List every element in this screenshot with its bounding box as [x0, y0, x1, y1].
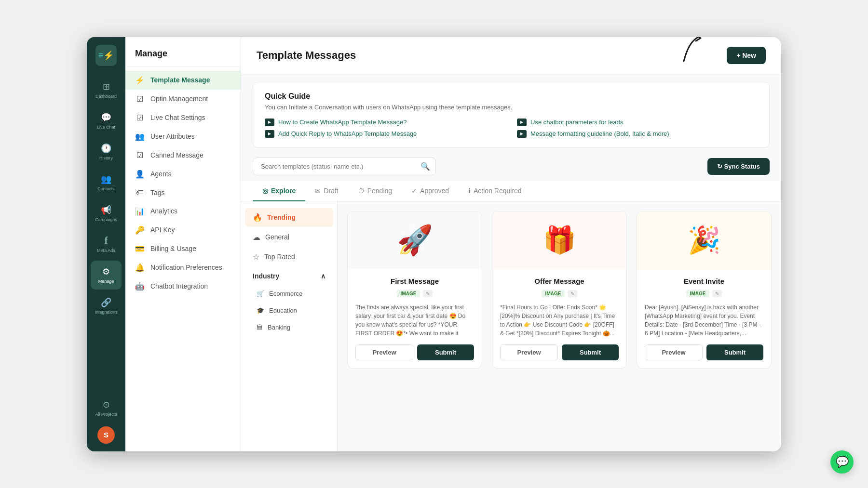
cat-item-education[interactable]: 🎓 Education [245, 303, 333, 318]
tab-pending[interactable]: ⏱ Pending [348, 181, 402, 201]
cat-item-general[interactable]: ☁ General [245, 228, 333, 247]
general-label: General [265, 233, 289, 241]
sidebar: Manage ⚡ Template Message ☑ Optin Manage… [125, 37, 241, 451]
template-card-first-message: 🚀 First Message IMAGE ✎ The firsts are a… [347, 211, 482, 369]
sidebar-item-tags[interactable]: 🏷 Tags [125, 184, 241, 202]
user-attributes-label: User Attributes [150, 132, 195, 140]
quick-guide: Quick Guide You can Initiate a Conversat… [253, 82, 770, 148]
tags-icon: 🏷 [135, 188, 145, 197]
cat-item-ecommerce[interactable]: 🛒 Ecommerce [245, 286, 333, 302]
sidebar-item-api-key[interactable]: 🔑 API Key [125, 221, 241, 239]
sidebar-item-template-message[interactable]: ⚡ Template Message [125, 71, 241, 90]
first-message-preview-button[interactable]: Preview [355, 344, 413, 360]
integrations-icon: 🔗 [101, 297, 111, 308]
guide-link-text-3: Add Quick Reply to WhatsApp Template Mes… [278, 130, 417, 137]
draft-tab-label: Draft [324, 187, 338, 195]
first-message-edit-icon[interactable]: ✎ [423, 290, 433, 297]
nav-item-dashboard[interactable]: ⊞ Dashboard [91, 76, 122, 105]
analytics-label: Analytics [150, 207, 177, 215]
guide-link-icon-2: ▶ [517, 119, 527, 126]
cat-item-top-rated[interactable]: ☆ Top Rated [245, 248, 333, 266]
pending-tab-label: Pending [367, 187, 392, 195]
api-key-icon: 🔑 [135, 225, 145, 235]
offer-message-title: Offer Message [500, 277, 619, 285]
cards-area: 🚀 First Message IMAGE ✎ The firsts are a… [338, 201, 781, 451]
guide-link-1[interactable]: ▶ How to Create WhatsApp Template Messag… [265, 119, 505, 126]
education-label: Education [269, 307, 297, 314]
tab-action-required[interactable]: ℹ Action Required [459, 181, 531, 201]
contacts-icon: 👥 [101, 174, 111, 185]
optin-management-label: Optin Management [150, 95, 208, 103]
first-message-badges: IMAGE ✎ [355, 290, 474, 297]
trending-icon: 🔥 [253, 213, 262, 222]
sidebar-item-chatbot-integration[interactable]: 🤖 Chatbot Integration [125, 277, 241, 296]
event-invite-emoji: 🎉 [688, 224, 721, 256]
chat-bubble[interactable]: 💬 [830, 450, 854, 474]
banking-icon: 🏛 [257, 324, 263, 331]
nav-label-all-projects: All Projects [95, 412, 117, 417]
ecommerce-label: Ecommerce [269, 290, 302, 297]
card-image-first-message: 🚀 [348, 211, 482, 269]
agents-icon: 👤 [135, 170, 145, 179]
chatbot-integration-label: Chatbot Integration [150, 282, 208, 290]
first-message-actions: Preview Submit [355, 344, 474, 360]
offer-message-actions: Preview Submit [500, 344, 619, 360]
explore-tab-label: Explore [271, 187, 296, 195]
offer-message-preview-button[interactable]: Preview [500, 344, 558, 360]
event-invite-submit-button[interactable]: Submit [706, 344, 763, 360]
sidebar-item-analytics[interactable]: 📊 Analytics [125, 202, 241, 221]
search-input[interactable] [253, 158, 436, 175]
nav-item-all-projects[interactable]: ⊙ All Projects [91, 394, 122, 422]
sidebar-item-canned-message[interactable]: ☑ Canned Message [125, 146, 241, 165]
nav-item-meta-ads[interactable]: f Meta Ads [91, 230, 122, 259]
chat-bubble-icon: 💬 [836, 456, 849, 468]
first-message-submit-button[interactable]: Submit [417, 344, 474, 360]
first-message-badge: IMAGE [397, 290, 420, 297]
card-body-offer-message: Offer Message IMAGE ✎ *Final Hours to Go… [492, 269, 626, 368]
guide-link-3[interactable]: ▶ Add Quick Reply to WhatsApp Template M… [265, 130, 505, 138]
analytics-icon: 📊 [135, 207, 145, 216]
sidebar-item-agents[interactable]: 👤 Agents [125, 165, 241, 184]
action-required-tab-icon: ℹ [468, 187, 471, 195]
tab-approved[interactable]: ✓ Approved [402, 181, 459, 201]
tags-label: Tags [150, 189, 165, 197]
tab-explore[interactable]: ◎ Explore [253, 181, 305, 201]
notification-preferences-label: Notification Preferences [150, 264, 222, 271]
avatar[interactable]: S [97, 426, 115, 444]
guide-link-2[interactable]: ▶ Use chatbot parameters for leads [517, 119, 758, 126]
search-icon-button[interactable]: 🔍 [420, 162, 430, 171]
tab-draft[interactable]: ✉ Draft [305, 181, 348, 201]
nav-item-manage[interactable]: ⚙ Manage [91, 261, 122, 290]
sidebar-item-billing-usage[interactable]: 💳 Billing & Usage [125, 239, 241, 258]
template-message-label: Template Message [150, 76, 210, 84]
guide-link-4[interactable]: ▶ Message formatting guideline (Bold, It… [517, 130, 758, 138]
general-icon: ☁ [253, 233, 260, 242]
meta-ads-icon: f [105, 235, 108, 246]
app-logo[interactable]: ≡⚡ [95, 45, 117, 66]
new-button[interactable]: + New [727, 47, 766, 64]
nav-label-contacts: Contacts [97, 186, 115, 191]
event-invite-edit-icon[interactable]: ✎ [712, 290, 722, 297]
sidebar-item-notification-preferences[interactable]: 🔔 Notification Preferences [125, 258, 241, 277]
live-chat-settings-label: Live Chat Settings [150, 114, 205, 121]
nav-item-integrations[interactable]: 🔗 Integrations [91, 291, 122, 320]
nav-label-live-chat: Live Chat [97, 125, 115, 130]
cat-item-trending[interactable]: 🔥 Trending [245, 208, 333, 227]
industry-section-header[interactable]: Industry ∧ [245, 267, 333, 285]
offer-message-badge: IMAGE [542, 290, 565, 297]
event-invite-preview-button[interactable]: Preview [645, 344, 703, 360]
sidebar-item-live-chat-settings[interactable]: ☑ Live Chat Settings [125, 108, 241, 127]
nav-item-campaigns[interactable]: 📢 Campaigns [91, 199, 122, 228]
nav-item-live-chat[interactable]: 💬 Live Chat [91, 106, 122, 135]
offer-message-submit-button[interactable]: Submit [562, 344, 619, 360]
sync-status-button[interactable]: ↻ Sync Status [707, 158, 770, 175]
template-card-event-invite: 🎉 Event Invite IMAGE ✎ Dear [Ayush], [Ai… [637, 211, 772, 369]
sidebar-item-optin-management[interactable]: ☑ Optin Management [125, 90, 241, 108]
sidebar-item-user-attributes[interactable]: 👥 User Attributes [125, 127, 241, 146]
ecommerce-icon: 🛒 [257, 290, 264, 297]
nav-item-history[interactable]: 🕐 History [91, 137, 122, 166]
guide-link-icon-1: ▶ [265, 119, 274, 126]
nav-item-contacts[interactable]: 👥 Contacts [91, 168, 122, 197]
cat-item-banking[interactable]: 🏛 Banking [245, 319, 333, 335]
offer-message-edit-icon[interactable]: ✎ [568, 290, 577, 297]
